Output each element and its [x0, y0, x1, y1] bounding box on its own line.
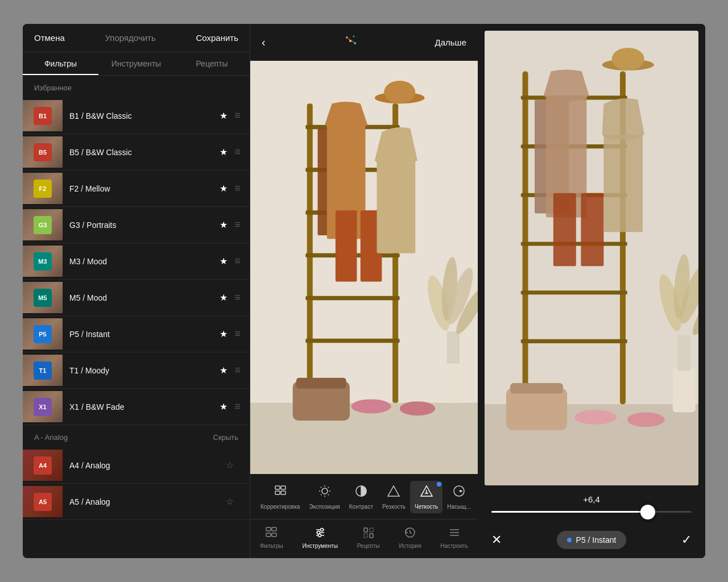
slider-thumb[interactable]	[640, 505, 655, 519]
filter-badge: B1	[34, 107, 52, 125]
right-confirm-button[interactable]: ✓	[681, 533, 692, 547]
tool-contrast-wrapper: Контраст	[345, 481, 378, 513]
svg-rect-53	[272, 527, 276, 531]
svg-marker-46	[388, 486, 399, 496]
nav-recipes[interactable]: Рецепты	[350, 524, 387, 551]
tool-contrast[interactable]: Контраст	[345, 481, 378, 513]
filter-drag-handle[interactable]: ≡	[234, 328, 241, 340]
svg-rect-35	[281, 491, 286, 494]
filter-star[interactable]: ★	[220, 256, 228, 267]
filter-star[interactable]: ★	[220, 147, 228, 157]
filter-drag-handle[interactable]: ≡	[234, 219, 241, 231]
filter-star[interactable]: ★	[220, 329, 228, 339]
filter-drag-handle[interactable]: ≡	[234, 292, 241, 304]
svg-rect-6	[250, 403, 478, 474]
svg-rect-61	[364, 528, 367, 532]
filter-badge: A4	[34, 456, 52, 475]
correct-icon	[274, 484, 287, 501]
svg-point-31	[400, 401, 436, 415]
svg-rect-83	[553, 193, 576, 267]
filter-item-b5[interactable]: B5 B5 / B&W Classic ★ ≡	[23, 134, 250, 171]
svg-rect-29	[296, 378, 346, 389]
filter-thumb: M5	[23, 282, 63, 313]
filter-thumb: G3	[23, 209, 63, 240]
contrast-icon	[354, 484, 368, 501]
filter-star[interactable]: ☆	[226, 496, 234, 507]
svg-rect-84	[581, 193, 603, 267]
nav-filters[interactable]: Фильтры	[253, 524, 290, 551]
filter-drag-handle[interactable]: ≡	[234, 110, 241, 122]
filter-drag-handle[interactable]: ≡	[234, 255, 241, 267]
filter-list: Избранное B1 B1 / B&W Classic ★ ≡ B5 B5 …	[23, 76, 250, 558]
filter-star[interactable]: ★	[220, 219, 228, 230]
filter-star[interactable]: ☆	[226, 460, 234, 471]
filter-star[interactable]: ★	[220, 292, 228, 303]
filter-badge: B5	[34, 143, 52, 161]
cancel-button[interactable]: Отмена	[34, 33, 65, 43]
slider-fill	[491, 511, 648, 513]
tool-saturation[interactable]: Насыщ...	[442, 481, 475, 513]
filter-name: P5 / Instant	[63, 330, 220, 339]
filter-item-b1[interactable]: B1 B1 / B&W Classic ★ ≡	[23, 98, 250, 134]
nav-instruments-label: Инструменты	[302, 543, 337, 549]
right-panel: +6,4 ✕ P5 / Instant ✓	[478, 24, 705, 558]
filter-drag-handle[interactable]: ≡	[234, 401, 241, 413]
filter-star[interactable]: ★	[220, 401, 228, 412]
svg-rect-63	[364, 534, 367, 538]
svg-rect-33	[275, 491, 280, 494]
analog-section-header: A - Analog Скрыть	[23, 425, 250, 447]
tool-correct[interactable]: Корректировка	[256, 481, 304, 513]
hide-button[interactable]: Скрыть	[213, 433, 238, 442]
filter-drag-handle[interactable]: ≡	[234, 146, 241, 158]
nav-adjust[interactable]: Настроить	[433, 524, 475, 551]
filter-tag: P5 / Instant	[557, 531, 627, 549]
filter-star[interactable]: ★	[220, 110, 228, 121]
svg-rect-78	[521, 339, 627, 343]
nav-instruments[interactable]: Инструменты	[295, 524, 344, 551]
filter-thumb: A4	[23, 450, 63, 481]
tool-row: Корректировка	[250, 479, 478, 516]
filter-star[interactable]: ★	[220, 365, 228, 376]
analog-item-a5[interactable]: A5 A5 / Analog ☆	[23, 484, 250, 520]
tool-correct-wrapper: Корректировка	[256, 481, 304, 513]
tool-sharpness[interactable]: Резкость	[378, 481, 410, 513]
filter-item-g3[interactable]: G3 G3 / Portraits ★ ≡	[23, 207, 250, 243]
filter-item-t1[interactable]: T1 T1 / Moody ★ ≡	[23, 352, 250, 389]
svg-rect-54	[272, 533, 276, 537]
filter-star[interactable]: ★	[220, 183, 228, 194]
filter-thumb: B1	[23, 100, 63, 131]
filter-item-f2[interactable]: F2 F2 / Mellow ★ ≡	[23, 171, 250, 207]
history-nav-icon	[404, 526, 416, 542]
right-cancel-button[interactable]: ✕	[491, 533, 502, 547]
organize-button[interactable]: Упорядочить	[105, 33, 156, 43]
bottom-nav: Фильтры Инструменты	[250, 519, 478, 558]
filter-drag-handle[interactable]: ≡	[234, 364, 241, 376]
tab-instruments[interactable]: Инструменты	[98, 52, 174, 75]
next-button[interactable]: Дальше	[435, 38, 466, 47]
svg-line-43	[320, 494, 321, 495]
filter-name: A4 / Analog	[63, 461, 226, 470]
svg-point-36	[322, 488, 328, 494]
svg-rect-51	[266, 527, 271, 531]
tab-recipes[interactable]: Рецепты	[174, 52, 250, 75]
svg-point-95	[627, 412, 665, 427]
filter-items-container: B1 B1 / B&W Classic ★ ≡ B5 B5 / B&W Clas…	[23, 98, 250, 425]
svg-rect-22	[442, 360, 464, 402]
tool-clarity-wrapper: Четкость	[410, 481, 442, 513]
analog-item-a4[interactable]: A4 A4 / Analog ☆	[23, 447, 250, 484]
save-button[interactable]: Сохранить	[196, 33, 238, 43]
slider-track[interactable]	[491, 511, 692, 513]
slider-value: +6,4	[491, 494, 692, 504]
filter-item-x1[interactable]: X1 X1 / B&W Fade ★ ≡	[23, 389, 250, 425]
tool-exposure[interactable]: Экспозиция	[304, 481, 344, 513]
nav-history[interactable]: История	[392, 524, 428, 551]
tab-filters[interactable]: Фильтры	[23, 52, 98, 75]
filter-drag-handle[interactable]: ≡	[234, 182, 241, 194]
filter-item-p5[interactable]: P5 P5 / Instant ★ ≡	[23, 316, 250, 352]
exposure-icon	[318, 484, 332, 501]
back-button[interactable]: ‹	[262, 36, 266, 49]
filter-item-m3[interactable]: M3 M3 / Mood ★ ≡	[23, 243, 250, 280]
svg-point-2	[354, 42, 356, 44]
filter-item-m5[interactable]: M5 M5 / Mood ★ ≡	[23, 280, 250, 316]
svg-rect-23	[446, 331, 460, 363]
